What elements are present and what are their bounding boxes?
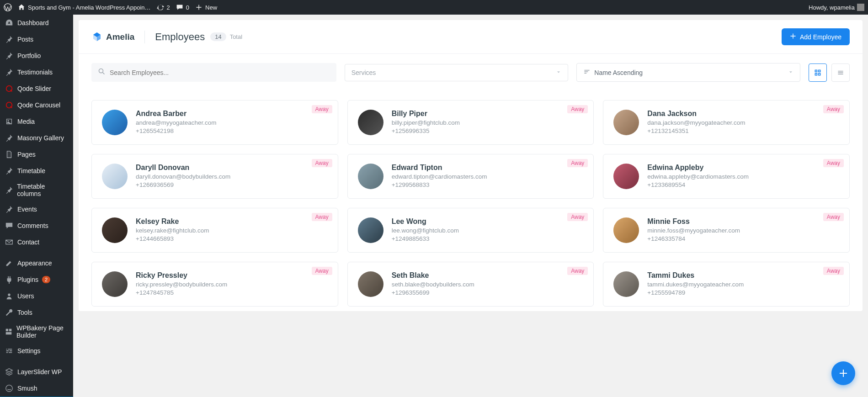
services-filter[interactable]: Services [345, 64, 569, 81]
employee-email: kelsey.rake@fightclub.com [136, 227, 209, 234]
sidebar-item-media[interactable]: Media [0, 113, 73, 130]
search-input[interactable] [110, 69, 330, 76]
total-label: Total [230, 33, 242, 40]
sidebar-item-pages[interactable]: Pages [0, 146, 73, 163]
grid-view-button[interactable] [809, 64, 827, 82]
wpb-icon [5, 327, 13, 329]
page-title: Employees [155, 31, 205, 43]
sidebar-item-qode-carousel[interactable]: Qode Carousel [0, 97, 73, 113]
sidebar-item-label: WPBakery Page Builder [16, 324, 69, 329]
list-view-button[interactable] [831, 64, 850, 82]
employee-card[interactable]: AwaySeth Blakeseth.blake@bodybuilders.co… [347, 262, 594, 307]
sidebar-item-label: Pages [17, 151, 36, 158]
sidebar-item-qode-slider[interactable]: Qode Slider [0, 80, 73, 97]
svg-rect-13 [815, 73, 817, 75]
user-avatar-icon [857, 4, 864, 11]
sidebar-item-portfolio[interactable]: Portfolio [0, 48, 73, 64]
employee-card[interactable]: AwayBilly Piperbilly.piper@fightclub.com… [347, 100, 594, 145]
qode-icon [5, 84, 14, 93]
tools-icon [5, 308, 14, 317]
avatar [613, 271, 639, 297]
employee-name: Edwina Appleby [647, 164, 749, 172]
sidebar-item-plugins[interactable]: Plugins2 [0, 271, 73, 288]
sidebar-item-label: Plugins [17, 276, 38, 283]
sidebar-item-events[interactable]: Events [0, 201, 73, 217]
users-icon [5, 291, 14, 301]
add-employee-button[interactable]: Add Employee [782, 28, 850, 45]
employee-phone: +1266936569 [136, 181, 230, 188]
employee-card[interactable]: AwayTammi Dukestammi.dukes@myyogateacher… [603, 262, 850, 307]
sidebar-item-masonry-gallery[interactable]: Masonry Gallery [0, 130, 73, 146]
add-employee-label: Add Employee [800, 33, 841, 41]
employee-card[interactable]: AwayAndrea Barberandrea@myyogateacher.co… [91, 100, 338, 145]
sidebar-item-contact[interactable]: Contact [0, 234, 73, 250]
status-badge: Away [567, 105, 588, 113]
svg-rect-6 [9, 329, 11, 329]
pin-icon [5, 166, 14, 175]
svg-point-4 [8, 294, 10, 296]
employee-card[interactable]: AwayRicky Pressleyricky.pressley@bodybui… [91, 262, 338, 307]
sidebar-item-timetable-columns[interactable]: Timetable columns [0, 179, 73, 201]
employee-email: tammi.dukes@myyogateacher.com [647, 281, 744, 288]
employee-email: edward.tipton@cardiomasters.com [392, 173, 487, 180]
wp-logo[interactable] [4, 3, 12, 11]
sort-icon [583, 68, 591, 77]
employee-name: Lee Wong [392, 217, 459, 226]
sidebar-item-users[interactable]: Users [0, 288, 73, 304]
svg-rect-14 [819, 73, 820, 75]
amelia-logo: Amelia [91, 32, 134, 42]
sort-select[interactable]: Name Ascending [576, 63, 800, 82]
status-badge: Away [312, 105, 332, 113]
employee-card[interactable]: AwayMinnie Fossminnie.foss@myyogateacher… [603, 208, 850, 253]
sidebar-item-label: Contact [17, 238, 39, 246]
search-icon [98, 68, 105, 77]
dash-icon [5, 18, 14, 27]
sidebar-item-posts[interactable]: Posts [0, 31, 73, 48]
update-badge: 2 [42, 276, 50, 283]
employee-card[interactable]: AwayLee Wonglee.wong@fightclub.com+12498… [347, 208, 594, 253]
svg-point-3 [8, 120, 9, 122]
employee-card[interactable]: AwayDaryll Donovandaryll.donovan@bodybui… [91, 154, 338, 199]
sidebar-item-wpbakery-page-builder[interactable]: WPBakery Page Builder [0, 321, 73, 329]
employee-card[interactable]: AwayDana Jacksondana.jackson@myyogateach… [603, 100, 850, 145]
sidebar-item-label: Comments [17, 222, 48, 229]
account-link[interactable]: Howdy, wpamelia [809, 4, 864, 11]
employee-name: Seth Blake [392, 271, 474, 280]
employee-card[interactable]: AwayEdwina Applebyedwina.appleby@cardiom… [603, 154, 850, 199]
search-employees[interactable] [91, 63, 336, 82]
avatar [102, 271, 128, 297]
employee-name: Daryll Donovan [136, 164, 230, 172]
comments-link[interactable]: 0 [176, 3, 189, 11]
updates-link[interactable]: 2 [156, 3, 170, 11]
new-content-link[interactable]: New [195, 3, 217, 11]
svg-point-10 [99, 69, 103, 73]
sidebar-item-testimonials[interactable]: Testimonials [0, 64, 73, 80]
employee-name: Edward Tipton [392, 164, 487, 172]
status-badge: Away [567, 159, 588, 167]
filters-row: Services Name Ascending [79, 54, 863, 85]
employee-name: Billy Piper [392, 110, 460, 118]
employee-phone: +1296355699 [392, 289, 474, 296]
employee-card[interactable]: AwayEdward Tiptonedward.tipton@cardiomas… [347, 154, 594, 199]
brand-name: Amelia [106, 32, 134, 42]
sidebar-item-comments[interactable]: Comments [0, 217, 73, 234]
plus-icon [195, 3, 203, 11]
employee-card[interactable]: AwayKelsey Rakekelsey.rake@fightclub.com… [91, 208, 338, 253]
employee-phone: +1265542198 [136, 127, 217, 134]
avatar [102, 110, 128, 135]
sidebar-item-tools[interactable]: Tools [0, 304, 73, 321]
sidebar-item-timetable[interactable]: Timetable [0, 163, 73, 179]
employee-count-pill: 14 [210, 32, 226, 41]
comments-count: 0 [186, 4, 189, 11]
sidebar-item-label: Appearance [17, 259, 52, 267]
sidebar-item-dashboard[interactable]: Dashboard [0, 15, 73, 31]
updates-count: 2 [167, 4, 170, 11]
sidebar-item-label: Testimonials [17, 69, 53, 76]
pin-icon [5, 205, 14, 214]
employee-phone: +1246335784 [647, 235, 740, 242]
plus-icon [790, 33, 796, 41]
sidebar-item-appearance[interactable]: Appearance [0, 255, 73, 271]
sidebar-item-label: Tools [17, 309, 32, 316]
sidebar-item-label: Events [17, 206, 37, 213]
site-name-link[interactable]: Sports and Gym - Amelia WordPress Appoin… [17, 3, 151, 11]
